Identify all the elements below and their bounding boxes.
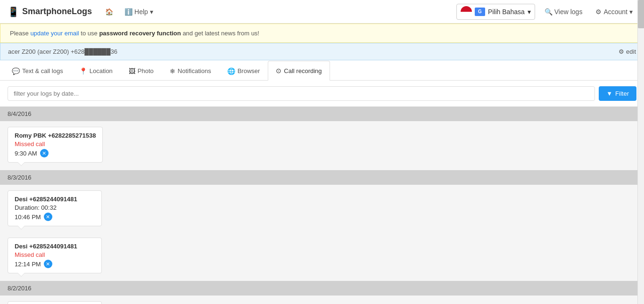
brand-name: SmartphoneLogs [22,7,92,16]
tab-call-recording-label: Call recording [284,67,322,74]
help-label: Help [134,8,148,16]
content-wrapper: 8/4/2016 Romy PBK +6282285271538 Missed … [0,107,644,304]
nav-right: G Pilih Bahasa ▾ 🔍 View logs ⚙ Account ▾ [456,4,636,20]
call-card-0-0: Romy PBK +6282285271538 Missed call 9:30… [8,127,103,163]
record-icon: ⊙ [276,67,281,74]
call-card-1-0: Desi +6285244091481 Duration: 00:32 10:4… [8,190,102,226]
alert-bold: password recovery function [99,30,181,37]
account-label: Account [603,8,627,16]
date-label-2: 8/2/2016 [8,285,32,292]
tabs-bar: 💬 Text & call logs 📍 Location 🖼 Photo ❄ … [0,60,644,81]
call-time-1-0: 10:46 PM ✕ [15,213,95,221]
flag-indonesia-icon [461,6,472,17]
call-status-0-0: Missed call [15,140,96,148]
home-icon: 🏠 [105,8,113,16]
globe-icon: 🌐 [227,67,235,75]
device-edit-button[interactable]: ⚙ edit [619,48,636,55]
call-time-0-0: 9:30 AM ✕ [15,149,96,157]
device-bar: acer Z200 (acer Z200) +628██████36 ⚙ edi… [0,43,644,60]
photo-icon: 🖼 [129,67,135,75]
location-pin-icon: 📍 [79,67,87,75]
call-name-1-1: Desi +6285244091481 [15,243,95,250]
translate-icon: G [475,8,485,16]
filter-date-input[interactable] [8,86,595,101]
alert-banner: Please update your email to use password… [0,24,644,43]
gear-icon: ⚙ [595,8,602,16]
alert-prefix: Please [10,30,30,37]
call-status-1-1: Missed call [15,251,95,258]
filter-funnel-icon: ▼ [606,90,612,97]
call-name-1-0: Desi +6285244091481 [15,196,95,203]
filter-button-label: Filter [615,90,629,97]
alert-suffix: and get latest news from us! [182,30,259,37]
delete-icon-1-0[interactable]: ✕ [44,213,52,221]
call-card-2-0: A... +6285207110774 [8,301,102,304]
log-section-0: Romy PBK +6282285271538 Missed call 9:30… [0,121,644,170]
viewlogs-button[interactable]: 🔍 View logs [541,8,586,16]
tab-browser[interactable]: 🌐 Browser [219,61,268,81]
call-status-1-0: Duration: 00:32 [15,204,95,211]
date-label-1: 8/3/2016 [8,174,32,181]
filter-bar: ▼ Filter [0,81,644,107]
tab-notifications[interactable]: ❄ Notifications [162,61,219,81]
info-icon: ℹ️ [124,8,132,16]
language-selector[interactable]: G Pilih Bahasa ▾ [456,4,535,20]
log-section-2: A... +6285207110774 [0,296,644,304]
page-container: 📱 SmartphoneLogs 🏠 ℹ️ Help ▾ G Pilih Bah… [0,0,644,304]
lang-label: Pilih Bahasa [488,8,525,16]
time-value-1-1: 12:14 PM [15,261,41,268]
tab-photo[interactable]: 🖼 Photo [121,61,162,81]
date-header-2: 8/2/2016 [0,281,644,296]
brand-icon: 📱 [8,6,19,17]
account-button[interactable]: ⚙ Account ▾ [592,8,636,16]
viewlogs-label: View logs [554,8,583,16]
date-header-0: 8/4/2016 [0,107,644,121]
tab-browser-label: Browser [238,67,260,74]
alert-middle: to use [81,30,99,37]
edit-label: edit [626,48,636,55]
tab-call-recording[interactable]: ⊙ Call recording [268,61,330,81]
tab-location[interactable]: 📍 Location [71,61,121,81]
filter-button[interactable]: ▼ Filter [599,86,636,101]
help-nav-item[interactable]: ℹ️ Help ▾ [119,0,159,24]
scrollbar-thumb[interactable] [638,0,644,28]
time-value-0-0: 9:30 AM [15,150,37,157]
lang-dropdown-icon: ▾ [528,8,531,16]
date-label-0: 8/4/2016 [8,110,32,117]
chat-icon: 💬 [12,67,20,75]
gear-edit-icon: ⚙ [619,48,624,55]
home-nav-item[interactable]: 🏠 [99,0,119,24]
delete-icon-1-1[interactable]: ✕ [44,260,52,268]
search-icon: 🔍 [545,8,553,16]
tab-photo-label: Photo [138,67,154,74]
brand-link[interactable]: 📱 SmartphoneLogs [8,6,92,17]
scrollbar-track[interactable] [637,0,644,304]
alert-link[interactable]: update your email [30,30,79,37]
delete-icon-0-0[interactable]: ✕ [40,149,49,157]
call-name-0-0: Romy PBK +6282285271538 [15,132,96,139]
navbar: 📱 SmartphoneLogs 🏠 ℹ️ Help ▾ G Pilih Bah… [0,0,644,24]
tab-notifications-label: Notifications [178,67,211,74]
snowflake-icon: ❄ [170,67,175,75]
tab-text-call-logs-label: Text & call logs [22,67,63,74]
time-value-1-0: 10:46 PM [15,214,41,221]
device-label: acer Z200 (acer Z200) +628██████36 [8,48,117,55]
tab-location-label: Location [90,67,113,74]
date-header-1: 8/3/2016 [0,170,644,185]
help-chevron-icon: ▾ [150,8,153,16]
account-chevron-icon: ▾ [629,8,633,16]
call-time-1-1: 12:14 PM ✕ [15,260,95,268]
tab-text-call-logs[interactable]: 💬 Text & call logs [4,61,71,81]
call-card-1-1: Desi +6285244091481 Missed call 12:14 PM… [8,238,102,273]
log-section-1: Desi +6285244091481 Duration: 00:32 10:4… [0,185,644,281]
